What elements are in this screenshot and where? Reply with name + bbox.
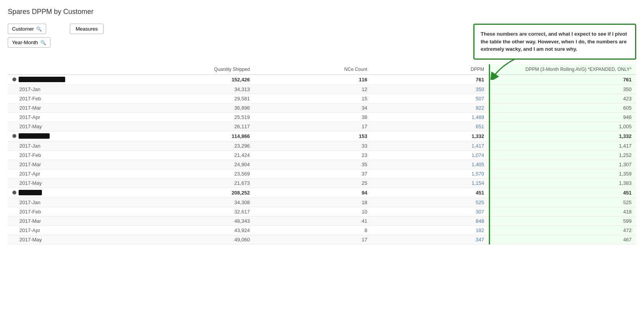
detail-label-0-3: 2017-Apr xyxy=(8,112,137,122)
table-row-detail-2-3: 2017-Apr43,9248182472 xyxy=(8,225,636,235)
detail-qty-0-3: 25,519 xyxy=(137,112,254,122)
data-table: Quantity Shipped NCe Count DPPM DPPM (3-… xyxy=(8,64,636,244)
table-row-detail-0-2: 2017-Mar36,89634922605 xyxy=(8,103,636,112)
customer-name-cell-2 xyxy=(8,188,137,198)
left-controls: Customer 🔍 Year-Month 🔍 Measures xyxy=(8,24,104,48)
detail-qty-2-0: 34,308 xyxy=(137,198,254,207)
detail-label-0-4: 2017-May xyxy=(8,122,137,131)
table-body: 152,4261167617612017-Jan34,3131235035020… xyxy=(8,74,636,244)
detail-nce-0-3: 38 xyxy=(254,112,372,122)
detail-nce-2-3: 8 xyxy=(254,225,372,235)
customer-dot-1 xyxy=(12,134,16,138)
detail-rolling-2-1: 418 xyxy=(489,207,636,216)
detail-qty-1-2: 24,904 xyxy=(137,160,254,169)
customer-nce-1: 153 xyxy=(254,131,372,141)
top-row: Customer 🔍 Year-Month 🔍 Measures These n… xyxy=(8,24,636,60)
table-row-customer-2: 208,25294451451 xyxy=(8,188,636,198)
detail-qty-1-0: 23,296 xyxy=(137,141,254,150)
customer-qty-2: 208,252 xyxy=(137,188,254,198)
table-header: Quantity Shipped NCe Count DPPM DPPM (3-… xyxy=(8,64,636,75)
detail-label-0-0: 2017-Jan xyxy=(8,84,137,94)
detail-nce-2-4: 17 xyxy=(254,235,372,244)
detail-rolling-0-4: 1,005 xyxy=(489,122,636,131)
customer-nce-2: 94 xyxy=(254,188,372,198)
table-row-detail-1-0: 2017-Jan23,296331,4171,417 xyxy=(8,141,636,150)
detail-rolling-2-2: 599 xyxy=(489,216,636,225)
col-header-name xyxy=(8,64,137,75)
detail-dppm-1-4: 1,154 xyxy=(372,178,490,188)
detail-nce-1-1: 23 xyxy=(254,150,372,160)
detail-label-1-4: 2017-May xyxy=(8,178,137,188)
detail-label-2-2: 2017-Mar xyxy=(8,216,137,225)
detail-label-1-2: 2017-Mar xyxy=(8,160,137,169)
customer-dppm-2: 451 xyxy=(372,188,490,198)
detail-label-1-3: 2017-Apr xyxy=(8,169,137,178)
callout-arrow-svg xyxy=(489,59,535,80)
detail-qty-0-4: 26,117 xyxy=(137,122,254,131)
detail-dppm-2-2: 848 xyxy=(372,216,490,225)
detail-qty-2-1: 32,617 xyxy=(137,207,254,216)
col-header-nce: NCe Count xyxy=(254,64,372,75)
customer-redacted-1 xyxy=(19,133,50,139)
detail-rolling-0-2: 605 xyxy=(489,103,636,112)
detail-label-0-2: 2017-Mar xyxy=(8,103,137,112)
header-row: Quantity Shipped NCe Count DPPM DPPM (3-… xyxy=(8,64,636,75)
detail-qty-0-0: 34,313 xyxy=(137,84,254,94)
col-header-qty: Quantity Shipped xyxy=(137,64,254,75)
customer-qty-1: 114,866 xyxy=(137,131,254,141)
table-row-detail-2-2: 2017-Mar48,34341848599 xyxy=(8,216,636,225)
detail-dppm-0-3: 1,489 xyxy=(372,112,490,122)
table-row-customer-1: 114,8661531,3321,332 xyxy=(8,131,636,141)
detail-rolling-2-0: 525 xyxy=(489,198,636,207)
detail-rolling-2-4: 467 xyxy=(489,235,636,244)
detail-nce-0-2: 34 xyxy=(254,103,372,112)
yearmonth-filter-label: Year-Month xyxy=(12,40,38,45)
detail-dppm-1-3: 1,570 xyxy=(372,169,490,178)
customer-dot-0 xyxy=(12,77,16,81)
detail-label-0-1: 2017-Feb xyxy=(8,94,137,103)
detail-dppm-1-1: 1,074 xyxy=(372,150,490,160)
detail-dppm-2-1: 307 xyxy=(372,207,490,216)
yearmonth-filter-button[interactable]: Year-Month 🔍 xyxy=(8,37,50,48)
callout-box: These numbers are correct, and what I ex… xyxy=(473,24,636,60)
customer-redacted-0 xyxy=(19,77,65,82)
customer-qty-0: 152,426 xyxy=(137,74,254,84)
detail-qty-0-2: 36,896 xyxy=(137,103,254,112)
table-row-detail-2-0: 2017-Jan34,30818525525 xyxy=(8,198,636,207)
detail-label-2-0: 2017-Jan xyxy=(8,198,137,207)
table-row-detail-1-4: 2017-May21,673251,1541,383 xyxy=(8,178,636,188)
detail-qty-2-2: 48,343 xyxy=(137,216,254,225)
detail-label-2-1: 2017-Feb xyxy=(8,207,137,216)
customer-name-cell-0 xyxy=(8,74,137,84)
table-row-detail-1-2: 2017-Mar24,904351,4051,307 xyxy=(8,160,636,169)
table-row-detail-0-4: 2017-May26,117176511,005 xyxy=(8,122,636,131)
detail-dppm-0-2: 922 xyxy=(372,103,490,112)
detail-label-1-1: 2017-Feb xyxy=(8,150,137,160)
detail-nce-1-2: 35 xyxy=(254,160,372,169)
detail-dppm-2-3: 182 xyxy=(372,225,490,235)
detail-label-2-3: 2017-Apr xyxy=(8,225,137,235)
detail-qty-1-3: 23,569 xyxy=(137,169,254,178)
customer-dot-2 xyxy=(12,191,16,195)
detail-rolling-1-0: 1,417 xyxy=(489,141,636,150)
customer-search-icon: 🔍 xyxy=(36,26,42,32)
detail-rolling-1-4: 1,383 xyxy=(489,178,636,188)
yearmonth-search-icon: 🔍 xyxy=(40,40,46,45)
detail-dppm-0-0: 350 xyxy=(372,84,490,94)
customer-rolling-2: 451 xyxy=(489,188,636,198)
table-row-detail-0-1: 2017-Feb29,58115507423 xyxy=(8,94,636,103)
measures-button[interactable]: Measures xyxy=(70,24,104,34)
detail-dppm-2-4: 347 xyxy=(372,235,490,244)
detail-rolling-0-1: 423 xyxy=(489,94,636,103)
detail-nce-0-4: 17 xyxy=(254,122,372,131)
customer-rolling-1: 1,332 xyxy=(489,131,636,141)
detail-rolling-0-3: 946 xyxy=(489,112,636,122)
detail-label-1-0: 2017-Jan xyxy=(8,141,137,150)
detail-nce-2-1: 10 xyxy=(254,207,372,216)
customer-filter-label: Customer xyxy=(12,26,34,32)
detail-dppm-0-1: 507 xyxy=(372,94,490,103)
callout-text: These numbers are correct, and what I ex… xyxy=(481,31,627,52)
detail-label-2-4: 2017-May xyxy=(8,235,137,244)
detail-nce-1-4: 25 xyxy=(254,178,372,188)
customer-filter-button[interactable]: Customer 🔍 xyxy=(8,24,46,34)
